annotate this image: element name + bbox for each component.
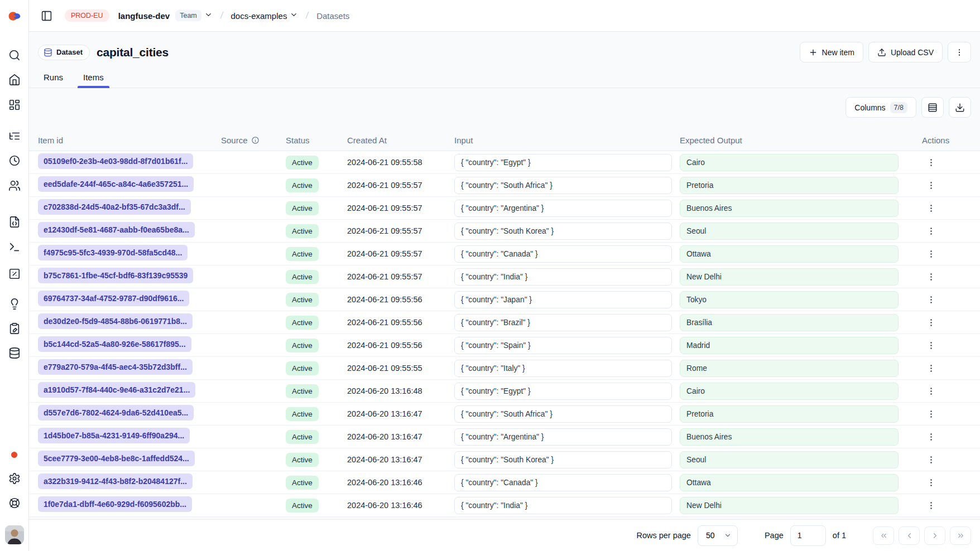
row-actions-button[interactable]: [923, 360, 939, 376]
item-id-link[interactable]: e12430df-5e81-4687-aabb-f0ea65be8a...: [38, 222, 195, 238]
page-number-input[interactable]: [790, 525, 826, 546]
row-height-button[interactable]: [921, 97, 944, 118]
item-id-link[interactable]: 05109ef0-2e3b-4e03-98dd-8f7d01b61f...: [38, 153, 193, 169]
item-id-link[interactable]: eed5dafe-244f-465c-a84c-4a6e357251...: [38, 176, 194, 192]
user-avatar[interactable]: [4, 525, 25, 545]
expected-output-cell[interactable]: Pretoria: [680, 405, 899, 423]
row-actions-button[interactable]: [923, 429, 939, 444]
expected-output-cell[interactable]: Buenos Aires: [680, 428, 899, 446]
item-id-link[interactable]: 5cee7779-3e00-4eb8-be8c-1affedd524...: [38, 451, 195, 466]
input-cell[interactable]: { "country": "Argentina" }: [454, 200, 672, 217]
item-id-link[interactable]: b75c7861-1fbe-45cf-bdf6-83f139c95539: [38, 268, 193, 283]
expected-output-cell[interactable]: Brasília: [680, 314, 899, 331]
columns-button[interactable]: Columns 7/8: [846, 97, 916, 118]
input-cell[interactable]: { "country": "Spain" }: [454, 337, 672, 354]
item-id-link[interactable]: 1f0e7da1-dbff-4e60-929d-f6095602bb...: [38, 496, 192, 512]
input-cell[interactable]: { "country": "India" }: [454, 268, 672, 286]
item-id-link[interactable]: d557e7d6-7802-4624-9da6-52d410ea5...: [38, 405, 194, 420]
item-id-link[interactable]: de30d2e0-f5d9-4854-88b6-0619771b8...: [38, 313, 193, 329]
last-page-button[interactable]: [950, 526, 971, 545]
row-actions-button[interactable]: [923, 497, 939, 513]
expected-output-cell[interactable]: Rome: [680, 360, 899, 377]
expected-output-cell[interactable]: Seoul: [680, 451, 899, 468]
item-id-link[interactable]: e779a270-579a-4f45-aec4-35b72d3bff...: [38, 359, 193, 375]
expected-output-cell[interactable]: New Delhi: [680, 268, 899, 286]
breadcrumb-section[interactable]: Datasets: [316, 11, 349, 21]
sidebar-item-sessions[interactable]: [4, 151, 25, 171]
row-actions-button[interactable]: [923, 269, 939, 284]
input-cell[interactable]: { "country": "South Africa" }: [454, 405, 672, 423]
sidebar-item-settings[interactable]: [4, 468, 25, 489]
row-actions-button[interactable]: [923, 292, 939, 307]
next-page-button[interactable]: [924, 526, 945, 545]
sidebar-item-annotation[interactable]: [4, 318, 25, 339]
rows-per-page-label: Rows per page: [636, 531, 691, 540]
expected-output-cell[interactable]: Cairo: [680, 383, 899, 400]
expected-output-cell[interactable]: New Delhi: [680, 497, 899, 514]
input-cell[interactable]: { "country": "Japan" }: [454, 291, 672, 308]
row-actions-button[interactable]: [923, 475, 939, 490]
input-cell[interactable]: { "country": "South Korea" }: [454, 451, 672, 468]
langfuse-logo[interactable]: [4, 6, 25, 26]
sidebar-item-tracing[interactable]: [4, 126, 25, 146]
input-cell[interactable]: { "country": "Egypt" }: [454, 383, 672, 400]
project-switcher[interactable]: docs-examples: [231, 11, 299, 21]
item-id-link[interactable]: f4975c95-5fc3-4939-970d-58fa5cd48...: [38, 245, 188, 260]
org-name[interactable]: langfuse-dev: [118, 11, 170, 21]
item-id-link[interactable]: c702838d-24d5-40a2-bf35-67dc3a3df...: [38, 199, 191, 215]
expected-output-cell[interactable]: Tokyo: [680, 291, 899, 308]
sidebar-item-support[interactable]: [4, 493, 25, 513]
tab-items[interactable]: Items: [78, 70, 109, 88]
row-actions-button[interactable]: [923, 223, 939, 239]
sidebar-item-evaluation[interactable]: [4, 264, 25, 284]
sidebar-item-playground[interactable]: [4, 237, 25, 257]
item-id-link[interactable]: 69764737-34af-4752-9787-d90df9616...: [38, 291, 189, 306]
input-cell[interactable]: { "country": "South Africa" }: [454, 177, 672, 194]
row-actions-button[interactable]: [923, 177, 939, 193]
input-cell[interactable]: { "country": "Egypt" }: [454, 154, 672, 171]
item-id-link[interactable]: a1910d57-7f84-440c-9e46-a31c2d7e21...: [38, 382, 195, 398]
header-more-actions-button[interactable]: [948, 42, 971, 62]
input-cell[interactable]: { "country": "Argentina" }: [454, 428, 672, 446]
expected-output-cell[interactable]: Ottawa: [680, 474, 899, 491]
row-actions-button[interactable]: [923, 406, 939, 422]
row-actions-button[interactable]: [923, 452, 939, 467]
row-actions-button[interactable]: [923, 337, 939, 353]
input-cell[interactable]: { "country": "Brazil" }: [454, 314, 672, 331]
row-actions-button[interactable]: [923, 383, 939, 399]
input-cell[interactable]: { "country": "South Korea" }: [454, 223, 672, 240]
row-actions-button[interactable]: [923, 154, 939, 170]
previous-page-button[interactable]: [899, 526, 920, 545]
sidebar-item-users[interactable]: [4, 176, 25, 196]
sidebar-item-datasets[interactable]: [4, 343, 25, 363]
upload-csv-button[interactable]: Upload CSV: [868, 42, 943, 62]
expected-output-cell[interactable]: Madrid: [680, 337, 899, 354]
expected-output-cell[interactable]: Ottawa: [680, 245, 899, 263]
expected-output-cell[interactable]: Pretoria: [680, 177, 899, 194]
row-actions-button[interactable]: [923, 315, 939, 330]
sidebar-item-home[interactable]: [4, 70, 25, 90]
input-cell[interactable]: { "country": "India" }: [454, 497, 672, 514]
export-button[interactable]: [949, 97, 971, 118]
sidebar-toggle-button[interactable]: [38, 7, 55, 24]
row-actions-button[interactable]: [923, 246, 939, 262]
rows-per-page-select[interactable]: 50: [698, 525, 738, 546]
input-cell[interactable]: { "country": "Canada" }: [454, 474, 672, 491]
tab-runs[interactable]: Runs: [38, 70, 69, 88]
sidebar-item-insights[interactable]: [4, 294, 25, 314]
row-actions-button[interactable]: [923, 200, 939, 216]
input-cell[interactable]: { "country": "Italy" }: [454, 360, 672, 377]
item-id-link[interactable]: 1d45b0e7-b85a-4231-9149-6ff90a294...: [38, 428, 190, 443]
org-switcher[interactable]: Team: [175, 10, 213, 21]
first-page-button[interactable]: [873, 526, 894, 545]
expected-output-cell[interactable]: Buenos Aires: [680, 200, 899, 217]
sidebar-item-prompts[interactable]: [4, 212, 25, 232]
expected-output-cell[interactable]: Seoul: [680, 223, 899, 240]
item-id-link[interactable]: a322b319-9412-4f43-b8f2-b20484127f...: [38, 473, 193, 489]
sidebar-item-search[interactable]: [4, 45, 25, 65]
sidebar-item-dashboard[interactable]: [4, 95, 25, 115]
new-item-button[interactable]: New item: [800, 42, 863, 62]
item-id-link[interactable]: b5c144cd-52a5-4a80-926e-58617f895...: [38, 336, 191, 352]
input-cell[interactable]: { "country": "Canada" }: [454, 245, 672, 263]
expected-output-cell[interactable]: Cairo: [680, 154, 899, 171]
